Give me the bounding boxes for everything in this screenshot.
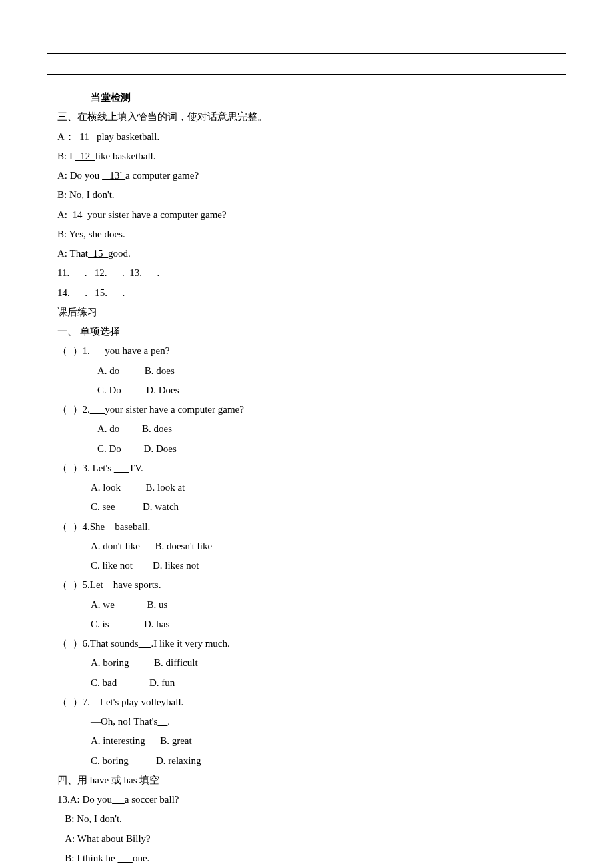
mc-q2: （ ）2. your sister have a computer game? bbox=[57, 400, 556, 419]
mc-q1-options-cd: C. Do D. Does bbox=[97, 381, 556, 400]
answer-blank-11[interactable] bbox=[69, 267, 85, 278]
mc-q7-options-cd: C. boring D. relaxing bbox=[91, 751, 556, 771]
text: baseball. bbox=[115, 521, 150, 532]
mc-q7-options-ab: A. interesting B. great bbox=[91, 731, 556, 751]
answer-blank-15[interactable] bbox=[107, 287, 123, 298]
heading-in-class-test: 当堂检测 bbox=[91, 88, 556, 107]
dialogue-line-a2: A: Do you 13` a computer game? bbox=[57, 166, 556, 185]
text: A: bbox=[57, 209, 67, 220]
blank-12[interactable]: 12 bbox=[75, 151, 95, 161]
mc-q3-options-cd: C. see D. watch bbox=[91, 497, 556, 517]
text: 11. bbox=[57, 267, 69, 278]
q6-blank[interactable] bbox=[139, 638, 151, 649]
blank-14[interactable]: 14 bbox=[67, 209, 87, 220]
page: 当堂检测 三、在横线上填入恰当的词，使对话意思完整。 A： 11 play ba… bbox=[0, 0, 613, 868]
q13-blank-1[interactable] bbox=[112, 794, 125, 805]
dialogue-line-b2: B: No, I don't. bbox=[57, 185, 556, 205]
text: you have a pen? bbox=[105, 345, 169, 356]
mc-q4-options-cd: C. like not D. likes not bbox=[91, 556, 556, 575]
section-1-title: 一、 单项选择 bbox=[57, 322, 556, 341]
mc-q3-options-ab: A. look B. look at bbox=[91, 478, 556, 497]
answer-blank-14[interactable] bbox=[70, 287, 85, 298]
mc-q7-line1: （ ）7.—Let's play volleyball. bbox=[57, 693, 556, 712]
text: （ ）3. Let's bbox=[57, 463, 114, 473]
dialogue-line-b1: B: I 12 like basketball. bbox=[57, 147, 556, 166]
text: . 12. bbox=[85, 267, 107, 278]
after-class-heading: 课后练习 bbox=[57, 303, 556, 322]
dialogue-line-a3: A: 14 your sister have a computer game? bbox=[57, 205, 556, 225]
text: （ ）4.She bbox=[57, 521, 105, 532]
text: a computer game? bbox=[125, 170, 199, 181]
text: one. bbox=[133, 853, 149, 863]
mc-q5: （ ）5.Let have sports. bbox=[57, 575, 556, 595]
answer-blank-13[interactable] bbox=[142, 267, 157, 278]
q13-c: A: What about Billy? bbox=[57, 829, 556, 849]
q3-blank[interactable] bbox=[114, 463, 129, 473]
q2-blank[interactable] bbox=[90, 404, 105, 415]
text: . bbox=[167, 716, 170, 727]
mc-q1-options-ab: A. do B. does bbox=[97, 361, 556, 381]
text: . bbox=[157, 267, 159, 278]
text: like basketball. bbox=[95, 151, 156, 161]
mc-q7-line2: —Oh, no! That's . bbox=[91, 712, 556, 731]
blank-15[interactable]: 15 bbox=[88, 248, 108, 259]
dialogue-line-b3: B: Yes, she does. bbox=[57, 225, 556, 244]
text: good. bbox=[108, 248, 131, 259]
mc-q5-options-cd: C. is D. has bbox=[91, 615, 556, 634]
text: （ ）1. bbox=[57, 345, 90, 356]
mc-q1: （ ）1. you have a pen? bbox=[57, 341, 556, 361]
text: 13.A: Do you bbox=[57, 794, 112, 805]
mc-q6-options-ab: A. boring B. difficult bbox=[91, 653, 556, 673]
section-4-title: 四、用 have 或 has 填空 bbox=[57, 771, 556, 790]
mc-q4-options-ab: A. don't like B. doesn't like bbox=[91, 537, 556, 556]
text: . bbox=[123, 287, 125, 298]
mc-q6: （ ）6.That sounds .I like it very much. bbox=[57, 634, 556, 653]
answers-row-2: 14. . 15. . bbox=[57, 283, 556, 303]
text: （ ）2. bbox=[57, 404, 90, 415]
q4-blank[interactable] bbox=[105, 521, 115, 532]
text: A： bbox=[57, 131, 75, 142]
text: （ ）6.That sounds bbox=[57, 638, 139, 649]
q5-blank[interactable] bbox=[103, 579, 113, 590]
answers-row-1: 11. . 12. . 13. . bbox=[57, 263, 556, 283]
text: have sports. bbox=[113, 579, 161, 590]
q13-d: B: I think he one. bbox=[57, 849, 556, 868]
text: your sister have a computer game? bbox=[105, 404, 244, 415]
text: a soccer ball? bbox=[125, 794, 179, 805]
text: B: I bbox=[57, 151, 75, 161]
dialogue-line-a1: A： 11 play basketball. bbox=[57, 127, 556, 147]
mc-q5-options-ab: A. we B. us bbox=[91, 595, 556, 615]
section-3-title: 三、在横线上填入恰当的词，使对话意思完整。 bbox=[57, 107, 556, 127]
mc-q2-options-cd: C. Do D. Does bbox=[97, 439, 556, 459]
text: . 13. bbox=[122, 267, 142, 278]
content-box: 当堂检测 三、在横线上填入恰当的词，使对话意思完整。 A： 11 play ba… bbox=[47, 74, 566, 868]
text: TV. bbox=[129, 463, 143, 473]
q7-blank[interactable] bbox=[157, 716, 167, 727]
text: A: Do you bbox=[57, 170, 102, 181]
text: —Oh, no! That's bbox=[91, 716, 157, 727]
q13-b: B: No, I don't. bbox=[57, 809, 556, 829]
q1-blank[interactable] bbox=[90, 345, 105, 356]
mc-q3: （ ）3. Let's TV. bbox=[57, 459, 556, 478]
text: （ ）5.Let bbox=[57, 579, 103, 590]
text: . 15. bbox=[85, 287, 107, 298]
blank-11[interactable]: 11 bbox=[75, 131, 97, 142]
text: play basketball. bbox=[97, 131, 159, 142]
text: your sister have a computer game? bbox=[87, 209, 227, 220]
blank-13[interactable]: 13` bbox=[102, 170, 125, 181]
text: 14. bbox=[57, 287, 70, 298]
mc-q6-options-cd: C. bad D. fun bbox=[91, 673, 556, 693]
text: A: That bbox=[57, 248, 88, 259]
header-separator bbox=[47, 53, 566, 54]
text: B: I think he bbox=[57, 853, 117, 863]
dialogue-line-a4: A: That 15 good. bbox=[57, 244, 556, 263]
text: .I like it very much. bbox=[151, 638, 229, 649]
q13-a: 13.A: Do you a soccer ball? bbox=[57, 790, 556, 809]
q13-blank-2[interactable] bbox=[117, 853, 133, 863]
answer-blank-12[interactable] bbox=[107, 267, 122, 278]
mc-q2-options-ab: A. do B. does bbox=[97, 419, 556, 439]
mc-q4: （ ）4.She baseball. bbox=[57, 517, 556, 537]
